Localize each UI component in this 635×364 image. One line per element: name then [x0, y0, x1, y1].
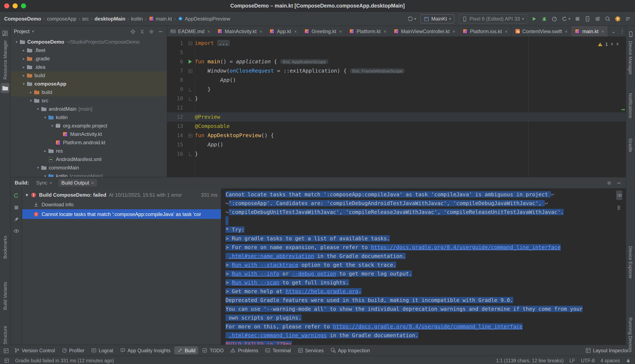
encoding-widget[interactable]: UTF-8: [581, 358, 595, 363]
build-tree-row[interactable]: ▾Build ComposeDemo: failedAt 10/11/2023,…: [22, 190, 221, 200]
toolwindow-button-structure[interactable]: Structure: [3, 326, 8, 344]
code-line-14[interactable]: 14−fun AppDesktopPreview() {: [167, 131, 626, 140]
soft-wrap-toggle-icon[interactable]: [616, 190, 622, 200]
code-line-16[interactable]: 16}: [167, 149, 626, 158]
toolwindow-button-todo[interactable]: TODO: [199, 346, 227, 354]
chevron-right-icon[interactable]: ▸: [21, 48, 27, 52]
editor-tab-App.kt[interactable]: App.kt×: [266, 26, 301, 36]
close-tab-icon[interactable]: ×: [294, 29, 297, 34]
breadcrumb-item[interactable]: ComposeDemo: [4, 16, 41, 22]
close-window-button[interactable]: [4, 3, 9, 8]
close-tab-icon[interactable]: ×: [601, 29, 604, 34]
project-tree-item-kotlin[interactable]: ▾kotlin: [11, 113, 167, 122]
project-tree-item-.idea[interactable]: ▸.idea: [11, 63, 167, 71]
fold-icon[interactable]: −: [186, 131, 195, 140]
hide-panel-icon[interactable]: [158, 28, 163, 34]
mirror-icon[interactable]: [585, 16, 590, 22]
close-tab-icon[interactable]: ×: [260, 29, 262, 34]
editor-tab-main.kt[interactable]: main.kt×: [571, 26, 608, 36]
stop-build-icon[interactable]: [13, 204, 19, 211]
toolwindow-button-device-manager[interactable]: Device Manager: [628, 41, 633, 75]
console-link[interactable]: https://docs.gradle.org/8.4/userguide/co…: [371, 244, 560, 250]
fold-icon[interactable]: −: [186, 66, 195, 76]
toolwindow-button-terminal[interactable]: Terminal: [262, 346, 294, 354]
toolwindow-button-resource-manager[interactable]: Resource Manager: [3, 40, 8, 80]
toolwindow-button-running-devices[interactable]: Running Devices: [628, 318, 633, 352]
breadcrumb-item[interactable]: desktopMain: [95, 16, 125, 22]
chevron-down-icon[interactable]: ▾: [14, 40, 19, 44]
run-configuration-combo[interactable]: MainKt ▾: [420, 14, 454, 23]
chevron-right-icon[interactable]: ▸: [21, 65, 27, 69]
code-line-13[interactable]: 13@Composable: [167, 122, 626, 131]
editor-tab-MainActivity.kt[interactable]: MainActivity.kt×: [214, 26, 266, 36]
console-link[interactable]: Run with --stacktrace: [232, 262, 298, 268]
editor-tab-ContentView.swift[interactable]: ContentView.swift×: [511, 26, 571, 36]
inspections-widget[interactable]: 1 ∧ ∨: [598, 40, 619, 49]
build-tree-row[interactable]: Cannot locate tasks that match ':compose…: [22, 209, 221, 219]
chevron-right-icon[interactable]: ▸: [42, 149, 48, 153]
chevron-right-icon[interactable]: ▸: [28, 90, 34, 94]
device-selector-combo[interactable]: Pixel 6 (Edited) API 33 ▾: [459, 14, 527, 23]
play-icon[interactable]: [531, 16, 537, 22]
chevron-down-icon[interactable]: ▾: [32, 29, 34, 34]
editor-tab-MainViewController.kt[interactable]: MainViewController.kt×: [390, 26, 459, 36]
status-message[interactable]: Gradle build failed in 331 ms (12 minute…: [15, 358, 114, 363]
restart-build-icon[interactable]: [13, 192, 19, 199]
fold-end-icon[interactable]: [186, 149, 195, 158]
console-link[interactable]: .html#sec:name_abbreviation: [229, 253, 314, 259]
toolwindow-button-gradle[interactable]: Gradle: [628, 138, 633, 152]
chevron-down-icon[interactable]: ▾: [21, 82, 27, 86]
applych-icon[interactable]: ▾: [562, 16, 570, 22]
close-tab-icon[interactable]: ×: [49, 180, 52, 185]
breadcrumb-item[interactable]: composeApp: [47, 16, 76, 22]
console-link[interactable]: https://docs.gradle.org/8.4/userguide/co…: [333, 323, 523, 330]
project-tree-item-Platform.android.kt[interactable]: Platform.android.kt: [11, 138, 167, 147]
console-link[interactable]: Run with --scan: [232, 279, 279, 286]
close-tab-icon[interactable]: ×: [453, 29, 455, 34]
toolwindow-button-layout-inspector[interactable]: Layout Inspector: [582, 346, 632, 354]
toolwindow-button-version-control[interactable]: Version Control: [11, 346, 58, 354]
project-tree-item-.fleet[interactable]: ▸.fleet: [11, 46, 167, 54]
close-tab-icon[interactable]: ×: [505, 29, 508, 34]
line-ending-widget[interactable]: LF: [569, 358, 575, 363]
editor-tab-EADME.md[interactable]: EADME.md×: [167, 26, 214, 36]
chevron-right-icon[interactable]: ▸: [21, 56, 27, 61]
console-link[interactable]: Run with --info: [232, 270, 279, 277]
toolwindow-button-build-variants[interactable]: Build Variants: [3, 282, 8, 310]
console-link[interactable]: .html#sec:command_line_warnings: [229, 332, 327, 338]
scroll-to-end-icon[interactable]: [616, 202, 622, 211]
code-line-10[interactable]: 10}: [167, 94, 626, 103]
run-gutter-icon[interactable]: [186, 57, 195, 66]
code-line-6[interactable]: 6fun main() = application { this: Applic…: [167, 57, 626, 66]
close-tab-icon[interactable]: ×: [339, 29, 342, 34]
close-tab-icon[interactable]: ×: [207, 29, 210, 34]
fold-end-icon[interactable]: [186, 85, 195, 94]
tab-options-icon[interactable]: ⋮: [620, 28, 625, 34]
breadcrumb-item[interactable]: src: [82, 16, 89, 22]
collapse-all-icon[interactable]: [139, 28, 145, 34]
toolwindow-button-app-quality-insights[interactable]: App Quality Insights: [117, 346, 173, 354]
zoom-window-button[interactable]: [21, 3, 26, 8]
close-tab-icon[interactable]: ×: [91, 180, 94, 185]
pin-icon[interactable]: [13, 215, 19, 223]
toolwindow-button-logcat[interactable]: Logcat: [88, 346, 116, 354]
filter-eye-icon[interactable]: [13, 227, 19, 234]
code-line-5[interactable]: 5: [167, 48, 626, 57]
minimize-window-button[interactable]: [13, 3, 18, 8]
fold-end-icon[interactable]: [186, 94, 195, 103]
menu-icon[interactable]: [625, 16, 631, 22]
toolwindow-button-services[interactable]: Services: [295, 346, 327, 354]
panel-settings-icon[interactable]: [149, 28, 154, 34]
build-console[interactable]: Cannot locate tasks that match ':compose…: [221, 188, 626, 345]
profiler-icon[interactable]: [552, 16, 557, 22]
chevron-down-icon[interactable]: ▾: [42, 174, 48, 177]
code-line-1[interactable]: 1−import ...: [167, 38, 626, 48]
console-link[interactable]: https://help.gradle.org: [286, 288, 358, 294]
breadcrumb-item[interactable]: kotlin: [131, 16, 143, 22]
project-tree-item-AndroidManifest.xml[interactable]: AndroidManifest.xml: [11, 155, 167, 164]
editor-tab-Platform.ios.kt[interactable]: Platform.ios.kt×: [459, 26, 511, 36]
prev-problem-icon[interactable]: ∧: [610, 40, 613, 49]
chevron-down-icon[interactable]: ▾: [35, 107, 41, 111]
code-line-15[interactable]: 15 App(): [167, 140, 626, 149]
project-tree-item-res[interactable]: ▸res: [11, 147, 167, 155]
